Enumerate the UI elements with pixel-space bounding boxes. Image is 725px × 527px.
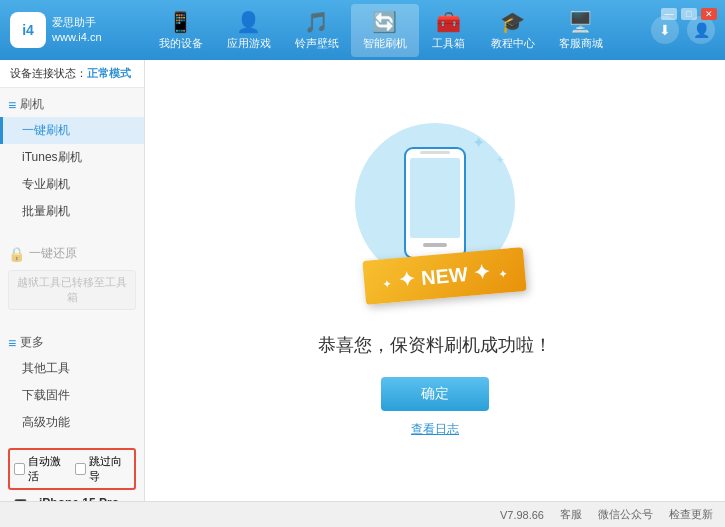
- auto-activate-checkbox[interactable]: [14, 463, 25, 475]
- sidebar-itunes-flash[interactable]: iTunes刷机: [0, 144, 144, 171]
- minimize-btn[interactable]: —: [661, 8, 677, 20]
- sidebar-batch-flash[interactable]: 批量刷机: [0, 198, 144, 225]
- svg-rect-2: [423, 243, 447, 247]
- sidebar-bottom: 自动激活 跳过向导 📱 iPhone 15 Pro Max 512GB iPho…: [0, 440, 144, 501]
- flash-group-header: ≡ 刷机: [0, 92, 144, 117]
- more-section: ≡ 更多 其他工具 下载固件 高级功能: [0, 326, 144, 440]
- content-area: ✦ ✦ ✦ NEW ✦ 恭喜您，保资料刷机成功啦！ 确定 查看日志: [145, 60, 725, 501]
- lock-icon: 🔒: [8, 246, 25, 262]
- sidebar: 设备连接状态：正常模式 ≡ 刷机 一键刷机 iTunes刷机 专业刷机 批量刷机: [0, 60, 145, 501]
- svg-rect-3: [420, 151, 450, 154]
- user-btn[interactable]: 👤: [687, 16, 715, 44]
- download-btn[interactable]: ⬇: [651, 16, 679, 44]
- sparkle2-icon: ✦: [495, 153, 505, 167]
- sparkle-icon: ✦: [472, 133, 485, 152]
- flash-group-icon: ≡: [8, 97, 16, 113]
- guide-restore-option[interactable]: 跳过向导: [75, 454, 130, 484]
- footer: V7.98.66 客服 微信公众号 检查更新: [0, 501, 725, 527]
- nav-my-device[interactable]: 📱 我的设备: [147, 4, 215, 57]
- phone-circle: ✦ ✦ ✦ NEW ✦: [355, 123, 515, 283]
- device-details: iPhone 15 Pro Max 512GB iPhone: [39, 496, 136, 501]
- nav-toolbox[interactable]: 🧰 工具箱: [419, 4, 479, 57]
- device-info: 📱 iPhone 15 Pro Max 512GB iPhone: [8, 496, 136, 501]
- logo: i4 爱思助手 www.i4.cn: [10, 12, 110, 48]
- nav-tutorial[interactable]: 🎓 教程中心: [479, 4, 547, 57]
- restore-disabled-msg: 越狱工具已转移至工具箱: [8, 270, 136, 310]
- more-header: ≡ 更多: [0, 330, 144, 355]
- logo-icon: i4: [10, 12, 46, 48]
- main-layout: 设备连接状态：正常模式 ≡ 刷机 一键刷机 iTunes刷机 专业刷机 批量刷机: [0, 60, 725, 501]
- success-message: 恭喜您，保资料刷机成功啦！: [318, 333, 552, 357]
- auto-activate-option[interactable]: 自动激活: [14, 454, 69, 484]
- flash-section: ≡ 刷机 一键刷机 iTunes刷机 专业刷机 批量刷机: [0, 88, 144, 229]
- header: i4 爱思助手 www.i4.cn 📱 我的设备 👤 应用游戏 🎵 铃声壁纸 🔄: [0, 0, 725, 60]
- nav-ringtone[interactable]: 🎵 铃声壁纸: [283, 4, 351, 57]
- device-phone-icon: 📱: [8, 498, 33, 501]
- version-label: V7.98.66: [500, 509, 544, 521]
- check-update-link[interactable]: 检查更新: [669, 507, 713, 522]
- nav-app-game[interactable]: 👤 应用游戏: [215, 4, 283, 57]
- more-icon: ≡: [8, 335, 16, 351]
- customer-service-link[interactable]: 客服: [560, 507, 582, 522]
- device-options: 自动激活 跳过向导: [8, 448, 136, 490]
- confirm-button[interactable]: 确定: [381, 377, 489, 411]
- tutorial-icon: 🎓: [500, 10, 525, 34]
- sidebar-one-key-flash[interactable]: 一键刷机: [0, 117, 144, 144]
- toolbox-icon: 🧰: [436, 10, 461, 34]
- phone-svg: [395, 143, 475, 263]
- ringtone-icon: 🎵: [304, 10, 329, 34]
- close-btn[interactable]: ✕: [701, 8, 717, 20]
- service-icon: 🖥️: [568, 10, 593, 34]
- nav-smart-flash[interactable]: 🔄 智能刷机: [351, 4, 419, 57]
- sidebar-advanced[interactable]: 高级功能: [0, 409, 144, 436]
- restore-btn[interactable]: □: [681, 8, 697, 20]
- sidebar-pro-flash[interactable]: 专业刷机: [0, 171, 144, 198]
- window-controls: — □ ✕: [661, 8, 717, 20]
- new-badge: ✦ NEW ✦: [362, 247, 526, 305]
- restore-header: 🔒 一键还原: [0, 241, 144, 266]
- sidebar-other-tools[interactable]: 其他工具: [0, 355, 144, 382]
- sidebar-download-firmware[interactable]: 下载固件: [0, 382, 144, 409]
- header-right: ⬇ 👤: [651, 16, 715, 44]
- nav-bar: 📱 我的设备 👤 应用游戏 🎵 铃声壁纸 🔄 智能刷机 🧰 工具箱 🎓: [110, 4, 651, 57]
- one-key-restore-section: 🔒 一键还原 越狱工具已转移至工具箱: [0, 237, 144, 318]
- success-illustration: ✦ ✦ ✦ NEW ✦: [355, 123, 515, 283]
- wechat-link[interactable]: 微信公众号: [598, 507, 653, 522]
- nav-service[interactable]: 🖥️ 客服商城: [547, 4, 615, 57]
- sidebar-status: 设备连接状态：正常模式: [0, 60, 144, 88]
- guide-restore-checkbox[interactable]: [75, 463, 86, 475]
- view-log-link[interactable]: 查看日志: [411, 421, 459, 438]
- svg-rect-1: [410, 158, 460, 238]
- app-icon: 👤: [236, 10, 261, 34]
- device-icon: 📱: [168, 10, 193, 34]
- flash-icon: 🔄: [372, 10, 397, 34]
- logo-text: 爱思助手 www.i4.cn: [52, 15, 102, 46]
